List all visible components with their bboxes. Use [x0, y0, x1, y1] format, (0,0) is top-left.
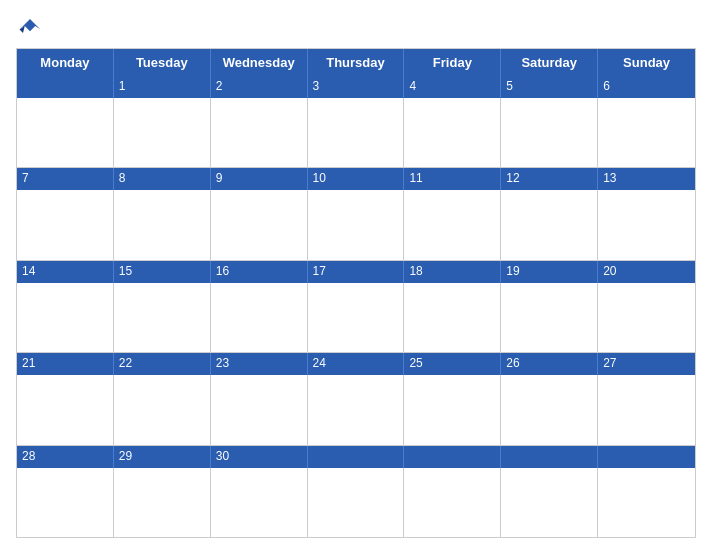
- day-content-cell: [404, 468, 501, 537]
- day-number-cell: [404, 446, 501, 468]
- day-content-cell: [211, 468, 308, 537]
- day-number-cell: 5: [501, 76, 598, 98]
- day-content-cell: [501, 468, 598, 537]
- day-number-cell: 15: [114, 261, 211, 283]
- day-content-cell: [598, 98, 695, 167]
- day-number-cell: 6: [598, 76, 695, 98]
- week-content-row-1: [17, 190, 695, 259]
- day-header-sunday: Sunday: [598, 49, 695, 76]
- page-header: [16, 12, 696, 40]
- day-content-cell: [501, 190, 598, 259]
- week-content-row-2: [17, 283, 695, 352]
- day-content-cell: [598, 468, 695, 537]
- day-content-cell: [404, 190, 501, 259]
- day-number-cell: [308, 446, 405, 468]
- week-row-1: 78910111213: [17, 167, 695, 259]
- day-number-cell: 19: [501, 261, 598, 283]
- day-content-cell: [114, 98, 211, 167]
- week-row-0: 123456: [17, 76, 695, 167]
- day-number-cell: 26: [501, 353, 598, 375]
- day-content-cell: [308, 98, 405, 167]
- day-content-cell: [501, 375, 598, 444]
- day-content-cell: [404, 283, 501, 352]
- day-number-cell: 16: [211, 261, 308, 283]
- day-number-cell: 30: [211, 446, 308, 468]
- day-number-cell: 14: [17, 261, 114, 283]
- day-number-cell: 11: [404, 168, 501, 190]
- logo-icon: [16, 12, 44, 40]
- day-number-cell: [501, 446, 598, 468]
- day-content-cell: [17, 283, 114, 352]
- day-content-cell: [114, 375, 211, 444]
- day-number-cell: [598, 446, 695, 468]
- day-content-cell: [17, 98, 114, 167]
- day-number-cell: 4: [404, 76, 501, 98]
- week-number-row-4: 282930: [17, 446, 695, 468]
- day-number-cell: 8: [114, 168, 211, 190]
- day-content-cell: [308, 283, 405, 352]
- week-number-row-3: 21222324252627: [17, 353, 695, 375]
- day-content-cell: [17, 468, 114, 537]
- day-number-cell: 21: [17, 353, 114, 375]
- day-number-cell: 28: [17, 446, 114, 468]
- day-number-cell: 22: [114, 353, 211, 375]
- day-number-cell: 10: [308, 168, 405, 190]
- day-content-cell: [211, 375, 308, 444]
- day-number-cell: 20: [598, 261, 695, 283]
- day-header-thursday: Thursday: [308, 49, 405, 76]
- day-number-cell: 23: [211, 353, 308, 375]
- day-content-cell: [211, 283, 308, 352]
- day-number-cell: 17: [308, 261, 405, 283]
- day-content-cell: [114, 283, 211, 352]
- day-content-cell: [114, 468, 211, 537]
- day-number-cell: 24: [308, 353, 405, 375]
- calendar-body: 1234567891011121314151617181920212223242…: [17, 76, 695, 537]
- day-content-cell: [404, 98, 501, 167]
- week-row-3: 21222324252627: [17, 352, 695, 444]
- week-number-row-1: 78910111213: [17, 168, 695, 190]
- day-content-cell: [404, 375, 501, 444]
- day-number-cell: 13: [598, 168, 695, 190]
- day-content-cell: [114, 190, 211, 259]
- calendar-grid: MondayTuesdayWednesdayThursdayFridaySatu…: [16, 48, 696, 538]
- day-number-cell: 2: [211, 76, 308, 98]
- day-number-cell: 1: [114, 76, 211, 98]
- day-number-cell: 7: [17, 168, 114, 190]
- day-content-cell: [501, 98, 598, 167]
- day-content-cell: [17, 375, 114, 444]
- day-number-cell: 9: [211, 168, 308, 190]
- day-content-cell: [308, 375, 405, 444]
- day-content-cell: [598, 283, 695, 352]
- week-row-4: 282930: [17, 445, 695, 537]
- day-number-cell: 25: [404, 353, 501, 375]
- week-content-row-3: [17, 375, 695, 444]
- day-header-wednesday: Wednesday: [211, 49, 308, 76]
- day-number-cell: 29: [114, 446, 211, 468]
- day-header-saturday: Saturday: [501, 49, 598, 76]
- day-content-cell: [308, 468, 405, 537]
- day-number-cell: 18: [404, 261, 501, 283]
- day-content-cell: [598, 190, 695, 259]
- calendar-page: MondayTuesdayWednesdayThursdayFridaySatu…: [0, 0, 712, 550]
- day-header-friday: Friday: [404, 49, 501, 76]
- day-content-cell: [211, 98, 308, 167]
- calendar-header: MondayTuesdayWednesdayThursdayFridaySatu…: [17, 49, 695, 76]
- week-number-row-0: 123456: [17, 76, 695, 98]
- week-number-row-2: 14151617181920: [17, 261, 695, 283]
- logo: [16, 12, 48, 40]
- week-content-row-4: [17, 468, 695, 537]
- day-header-monday: Monday: [17, 49, 114, 76]
- day-number-cell: 12: [501, 168, 598, 190]
- day-number-cell: 27: [598, 353, 695, 375]
- week-content-row-0: [17, 98, 695, 167]
- week-row-2: 14151617181920: [17, 260, 695, 352]
- day-number-cell: [17, 76, 114, 98]
- day-content-cell: [308, 190, 405, 259]
- day-content-cell: [501, 283, 598, 352]
- day-content-cell: [211, 190, 308, 259]
- day-content-cell: [17, 190, 114, 259]
- day-header-tuesday: Tuesday: [114, 49, 211, 76]
- day-number-cell: 3: [308, 76, 405, 98]
- day-content-cell: [598, 375, 695, 444]
